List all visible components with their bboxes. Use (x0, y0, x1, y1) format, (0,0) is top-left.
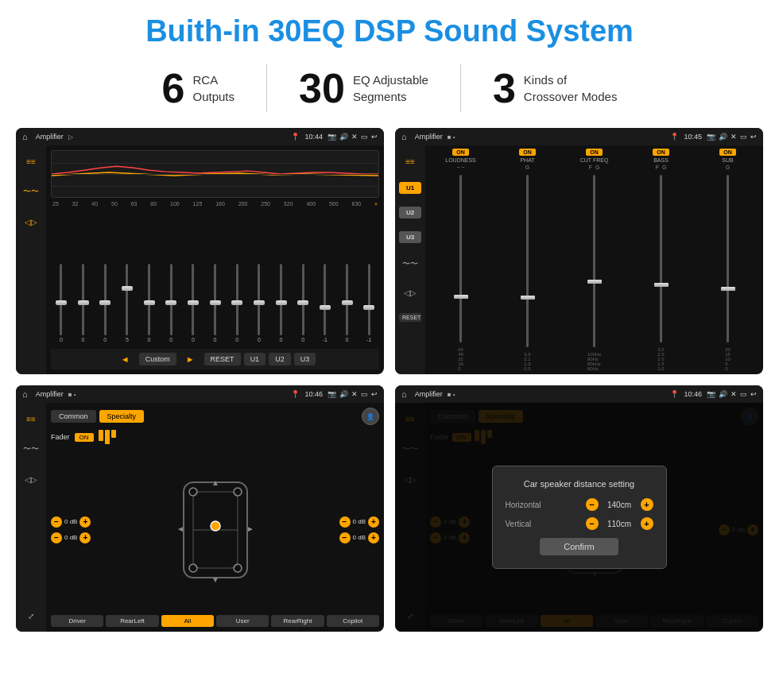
bass-label: BASS (653, 157, 669, 163)
u2-sidebar-btn[interactable]: U2 (399, 207, 421, 219)
eq-slider-6[interactable]: 0 (183, 210, 203, 342)
vertical-label: Vertical (506, 520, 561, 528)
db-control-tr: − 0 dB + (339, 516, 379, 528)
eq-slider-9[interactable]: 0 (249, 210, 269, 342)
eq-slider-4[interactable]: 0 (139, 210, 160, 342)
eq-val-1: 0 (82, 337, 85, 342)
btn-rearright[interactable]: RearRight (271, 615, 324, 627)
cutfreq-on-btn[interactable]: ON (586, 149, 603, 156)
back-icon-3[interactable]: ↩ (371, 390, 378, 398)
grid-h3 (52, 186, 378, 187)
speaker-icon[interactable]: ◁▷ (21, 214, 41, 230)
sub-on-btn[interactable]: ON (719, 149, 736, 156)
minimize-icon[interactable]: ▭ (361, 133, 368, 141)
back-icon[interactable]: ↩ (371, 133, 378, 141)
eq-u2-btn[interactable]: U2 (269, 353, 291, 365)
eq-slider-11[interactable]: 0 (293, 210, 313, 342)
wave-icon-3[interactable]: 〜〜 (21, 441, 41, 457)
vertical-plus-btn[interactable]: + (641, 517, 653, 530)
minimize-icon-2[interactable]: ▭ (740, 133, 747, 141)
close-icon-4[interactable]: ✕ (731, 390, 737, 398)
speaker-icon-3[interactable]: ◁▷ (21, 471, 41, 487)
wave-icon-2[interactable]: 〜〜 (401, 256, 420, 272)
eq-slider-14[interactable]: -1 (358, 210, 379, 342)
minimize-icon-3[interactable]: ▭ (361, 390, 368, 398)
phat-on-btn[interactable]: ON (519, 149, 536, 156)
home-icon-2[interactable]: ⌂ (401, 132, 407, 141)
wave-icon[interactable]: 〜〜 (21, 184, 41, 199)
eq-u1-btn[interactable]: U1 (244, 353, 266, 365)
close-icon[interactable]: ✕ (351, 133, 358, 141)
eq-main: 25 32 40 50 63 80 100 125 160 200 250 32… (46, 145, 384, 374)
db-minus-br[interactable]: − (339, 532, 351, 543)
eq-slider-12[interactable]: -1 (315, 210, 335, 342)
eq-u3-btn[interactable]: U3 (294, 353, 316, 365)
eq-label: 80 (150, 201, 157, 207)
back-icon-2[interactable]: ↩ (750, 133, 757, 141)
btn-all[interactable]: All (161, 615, 214, 627)
eq-slider-8[interactable]: 0 (227, 210, 247, 342)
record-icon-3: ■ • (68, 391, 76, 398)
eq-icon-2[interactable]: ≡≡ (401, 153, 420, 169)
eq-reset-btn[interactable]: RESET (204, 353, 241, 365)
db-plus-tl[interactable]: + (79, 516, 91, 528)
right-db-controls: − 0 dB + − 0 dB + (339, 449, 379, 610)
btn-rearleft[interactable]: RearLeft (106, 615, 158, 627)
bass-on-btn[interactable]: ON (653, 149, 669, 156)
u1-sidebar-btn[interactable]: U1 (399, 182, 421, 194)
eq-slider-7[interactable]: 0 (205, 210, 226, 342)
horizontal-plus-btn[interactable]: + (641, 498, 653, 511)
topbar-title-mixer: Amplifier (415, 133, 443, 141)
eq-icon[interactable]: ≡≡ (21, 153, 41, 169)
horizontal-minus-btn[interactable]: − (586, 498, 599, 511)
db-minus-bl[interactable]: − (51, 532, 62, 543)
close-icon-2[interactable]: ✕ (731, 133, 737, 141)
eq-slider-3[interactable]: 5 (117, 210, 138, 342)
eq-label-arrow[interactable]: » (374, 201, 378, 207)
home-icon-3[interactable]: ⌂ (22, 389, 28, 399)
eq-icon-3[interactable]: ≡≡ (21, 411, 41, 427)
u3-sidebar-btn[interactable]: U3 (399, 231, 421, 243)
svg-text:◄: ◄ (176, 524, 184, 533)
btn-driver[interactable]: Driver (51, 615, 103, 627)
reset-sidebar-btn[interactable]: RESET (399, 313, 421, 322)
expand-icon-3[interactable]: ⤢ (21, 608, 41, 624)
eq-slider-13[interactable]: 0 (337, 210, 358, 342)
fader-on-btn[interactable]: ON (75, 433, 94, 442)
eq-slider-10[interactable]: 0 (271, 210, 292, 342)
fader-text-label: Fader (51, 433, 70, 441)
eq-slider-0[interactable]: 0 (51, 210, 72, 342)
eq-prev-btn[interactable]: ◄ (114, 352, 136, 366)
db-val-tr: 0 dB (353, 518, 366, 525)
btn-copilot[interactable]: Copilot (327, 615, 379, 627)
db-plus-tr[interactable]: + (368, 516, 379, 528)
eq-labels: 25 32 40 50 63 80 100 125 160 200 250 32… (51, 201, 379, 207)
minimize-icon-4[interactable]: ▭ (740, 390, 747, 398)
close-icon-3[interactable]: ✕ (351, 390, 358, 398)
eq-val-12: -1 (323, 337, 327, 342)
db-plus-bl[interactable]: + (79, 532, 91, 543)
tab-common-3[interactable]: Common (51, 410, 96, 423)
db-plus-br[interactable]: + (368, 532, 379, 543)
confirm-button[interactable]: Confirm (540, 538, 618, 555)
eq-slider-2[interactable]: 0 (95, 210, 115, 342)
loudness-on-btn[interactable]: ON (452, 149, 469, 156)
eq-label: 630 (352, 201, 362, 207)
eq-slider-1[interactable]: 0 (73, 210, 94, 342)
btn-user[interactable]: User (216, 615, 269, 627)
tab-specialty-3[interactable]: Specialty (99, 410, 145, 423)
topbar-time-distance: 10:46 (684, 390, 702, 398)
eq-next-btn[interactable]: ► (180, 352, 201, 366)
dialog-vertical-row: Vertical − 110cm + (506, 517, 653, 530)
screen3-sidebar: ≡≡ 〜〜 ◁▷ ⤢ (16, 403, 46, 632)
speaker-icon-2[interactable]: ◁▷ (401, 284, 420, 300)
eq-custom-btn[interactable]: Custom (139, 353, 176, 365)
eq-slider-5[interactable]: 0 (161, 210, 181, 342)
db-minus-tr[interactable]: − (339, 516, 351, 528)
db-minus-tl[interactable]: − (51, 516, 62, 528)
vertical-minus-btn[interactable]: − (586, 517, 599, 530)
stat-eq: 30 EQ AdjustableSegments (267, 68, 460, 109)
home-icon-4[interactable]: ⌂ (401, 389, 407, 399)
back-icon-4[interactable]: ↩ (750, 390, 757, 398)
home-icon[interactable]: ⌂ (22, 132, 28, 141)
